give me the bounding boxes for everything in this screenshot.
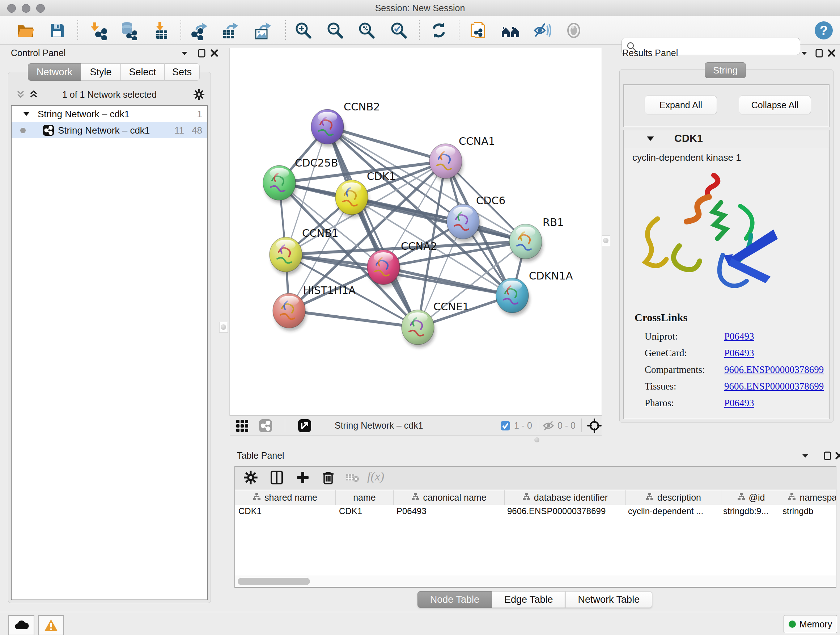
node-CCNE1[interactable]: CCNE1 — [401, 301, 469, 348]
fit-selected-crosshair-icon[interactable] — [587, 418, 598, 429]
column-header-database-identifier[interactable]: database identifier — [505, 490, 626, 505]
edge-CCNA2-CDKN1A[interactable] — [384, 267, 512, 295]
close-panel-icon[interactable] — [835, 451, 840, 462]
import-network-file-icon[interactable] — [88, 21, 108, 40]
float-panel-icon[interactable] — [815, 49, 826, 59]
hide-unhide-icon[interactable] — [532, 21, 552, 40]
crosslink-link[interactable]: 9606.ENSP00000378699 — [724, 364, 824, 375]
share-document-icon[interactable] — [469, 21, 488, 40]
edge-CCNB2-CCNE1[interactable] — [327, 127, 418, 327]
show-columns-icon[interactable] — [270, 470, 286, 486]
open-session-icon[interactable] — [16, 21, 35, 40]
warnings-button[interactable] — [38, 615, 64, 635]
edge-HIST1H1A-CCNE1[interactable] — [289, 310, 418, 327]
table-cell[interactable]: P06493 — [393, 504, 504, 518]
string-network-icon — [43, 125, 54, 136]
crosslink-link[interactable]: 9606.ENSP00000378699 — [724, 381, 824, 392]
right-splitter-handle[interactable] — [602, 235, 610, 246]
panel-menu-icon[interactable] — [180, 49, 191, 59]
selected-checkbox-icon[interactable] — [500, 421, 511, 432]
column-header-canonical-name[interactable]: canonical name — [393, 490, 505, 505]
network-row[interactable]: String Network – cdk1 11 48 — [11, 122, 207, 138]
table-cell[interactable]: CDK1 — [335, 504, 393, 518]
protein-structure-image — [636, 168, 781, 298]
node-label-CDC6: CDC6 — [476, 195, 505, 207]
birds-eye-view-icon[interactable] — [235, 419, 246, 430]
zoom-selected-icon[interactable] — [389, 21, 409, 40]
collapse-all-button[interactable]: Collapse All — [739, 96, 811, 114]
tab-edge-table[interactable]: Edge Table — [492, 591, 565, 608]
save-session-icon[interactable] — [47, 21, 67, 40]
close-panel-icon[interactable] — [210, 49, 221, 59]
string-view-icon[interactable] — [259, 419, 270, 430]
memory-button[interactable]: Memory — [783, 615, 837, 633]
table-cell[interactable]: stringdb — [779, 504, 836, 518]
table-toolbar: f(x) — [235, 467, 836, 490]
crosslink-link[interactable]: P06493 — [724, 397, 754, 409]
tab-style[interactable]: Style — [81, 63, 120, 81]
delete-column-icon[interactable] — [321, 470, 337, 486]
network-canvas[interactable]: CCNB2CCNA1CDC25BCDK1CDC6RB1CCNB1CCNA2CDK… — [230, 48, 602, 415]
tab-string[interactable]: String — [705, 62, 746, 78]
tab-sets[interactable]: Sets — [164, 63, 200, 81]
column-header-@id[interactable]: @id — [722, 490, 781, 505]
zoom-fit-icon[interactable] — [357, 21, 376, 40]
network-collection-row[interactable]: String Network – cdk1 1 — [11, 106, 207, 122]
export-table-icon[interactable] — [220, 21, 240, 40]
create-column-icon[interactable] — [295, 470, 311, 486]
tab-network-table[interactable]: Network Table — [565, 591, 653, 608]
column-header-label: namespace — [799, 492, 836, 503]
node-CCNA1[interactable]: CCNA1 — [429, 135, 495, 181]
table-options-gear-icon[interactable] — [243, 470, 259, 486]
show-graphics-icon[interactable] — [564, 21, 584, 40]
panel-menu-icon[interactable] — [801, 451, 812, 462]
tab-network[interactable]: Network — [28, 63, 81, 81]
cloud-button[interactable] — [8, 615, 34, 635]
column-header-label: database identifier — [534, 492, 608, 503]
collapse-triangle-icon[interactable] — [646, 135, 655, 143]
zoom-out-icon[interactable] — [325, 21, 345, 40]
import-network-database-icon[interactable] — [118, 21, 138, 40]
left-splitter-handle[interactable] — [219, 322, 228, 333]
crosslink-label: Uniprot: — [645, 331, 678, 342]
table-cell[interactable]: cyclin-dependent ... — [624, 504, 720, 518]
float-panel-icon[interactable] — [197, 49, 208, 59]
column-header-namespace[interactable]: namespace — [781, 490, 836, 505]
string-home-icon[interactable] — [501, 21, 520, 40]
scrollbar-thumb[interactable] — [238, 578, 310, 585]
table-cell[interactable]: CDK1 — [235, 504, 335, 518]
expand-all-button[interactable]: Expand All — [645, 96, 717, 114]
tab-node-table[interactable]: Node Table — [417, 591, 492, 608]
float-panel-icon[interactable] — [823, 451, 834, 462]
tab-select[interactable]: Select — [120, 63, 164, 81]
table-horizontal-scrollbar[interactable] — [235, 576, 836, 587]
crosslink-link[interactable]: P06493 — [724, 348, 754, 359]
refresh-icon[interactable] — [429, 21, 448, 40]
node-CDKN1A[interactable]: CDKN1A — [496, 270, 573, 316]
table-cell[interactable]: 9606.ENSP00000378699 — [504, 504, 624, 518]
network-options-gear-icon[interactable] — [193, 89, 204, 100]
horizontal-splitter-handle[interactable] — [534, 437, 539, 442]
help-icon[interactable]: ? — [814, 21, 834, 40]
export-network-icon[interactable] — [189, 21, 209, 40]
open-in-window-icon[interactable] — [298, 419, 309, 430]
column-header-label: description — [657, 492, 701, 503]
zoom-in-icon[interactable] — [294, 21, 313, 40]
table-cell[interactable]: stringdb:9... — [720, 504, 779, 518]
close-panel-icon[interactable] — [827, 49, 838, 59]
node-HIST1H1A[interactable]: HIST1H1A — [273, 284, 355, 331]
network-graph[interactable]: CCNB2CCNA1CDC25BCDK1CDC6RB1CCNB1CCNA2CDK… — [230, 48, 602, 415]
import-table-icon[interactable] — [152, 21, 171, 40]
node-RB1[interactable]: RB1 — [509, 216, 564, 262]
cdk1-section-header[interactable]: CDK1 — [624, 130, 829, 147]
column-header-name[interactable]: name — [336, 490, 393, 505]
panel-menu-icon[interactable] — [799, 49, 810, 59]
column-header-shared-name[interactable]: shared name — [235, 490, 336, 505]
collapse-triangle-icon[interactable] — [22, 111, 31, 118]
table-row[interactable]: CDK1CDK1P064939606.ENSP00000378699cyclin… — [235, 504, 836, 518]
column-type-icon — [788, 492, 796, 503]
column-header-description[interactable]: description — [626, 490, 722, 505]
export-image-icon[interactable] — [252, 21, 272, 40]
column-type-icon — [737, 492, 745, 503]
crosslink-link[interactable]: P06493 — [724, 331, 754, 342]
